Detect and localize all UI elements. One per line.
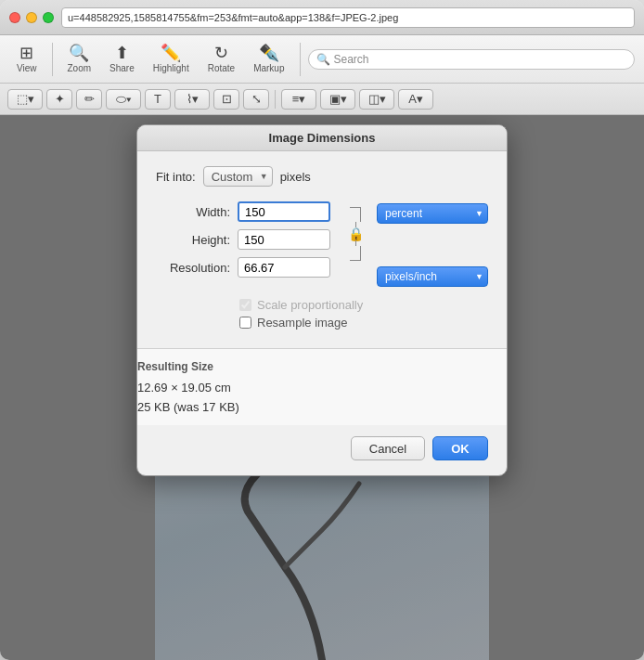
maximize-button[interactable]	[43, 12, 54, 23]
rotate-label: Rotate	[208, 63, 235, 73]
toolbar-zoom[interactable]: 🔍 Zoom	[60, 45, 99, 73]
close-button[interactable]	[9, 12, 20, 23]
search-placeholder: Search	[334, 53, 369, 66]
resample-row: Resample image	[239, 316, 488, 330]
tb2-border-btn[interactable]: ▣▾	[320, 89, 355, 110]
tb2-align-btn[interactable]: ≡▾	[281, 89, 316, 110]
link-bracket-area: 🔒	[345, 201, 366, 261]
dialog-overlay: Image Dimensions Fit into: Custom ▼ pixe…	[0, 115, 644, 660]
toolbar-rotate[interactable]: ↻ Rotate	[200, 45, 242, 73]
toolbar-share[interactable]: ⬆ Share	[102, 45, 142, 73]
resolution-input[interactable]	[238, 257, 330, 278]
markup-icon: ✒️	[259, 45, 279, 61]
percent-select[interactable]: percent pixels cm mm inches	[377, 203, 488, 224]
zoom-icon: 🔍	[69, 45, 89, 61]
text-icon: T	[154, 92, 161, 106]
align-icon: ≡▾	[292, 92, 306, 106]
height-input[interactable]	[238, 229, 330, 250]
toolbar-sep-1	[52, 43, 53, 76]
tb2-fill-btn[interactable]: ◫▾	[359, 89, 394, 110]
lock-icon: 🔒	[348, 227, 364, 240]
toolbar-view[interactable]: ⊞ View	[9, 45, 45, 73]
toolbar-sep-2	[300, 43, 301, 76]
width-label: Width:	[156, 205, 230, 219]
tb2-resize-btn[interactable]: ⤡	[243, 89, 269, 110]
res-select-wrap: pixels/inch pixels/cm ▼	[377, 266, 488, 287]
magic-icon: ✦	[55, 92, 65, 106]
tb2-magic-btn[interactable]: ✦	[46, 89, 72, 110]
dialog-buttons: Cancel OK	[137, 425, 507, 475]
share-label: Share	[109, 63, 135, 73]
select-icon: ⬚▾	[17, 92, 34, 106]
markup-label: Markup	[253, 63, 284, 73]
border-icon: ▣▾	[329, 92, 347, 106]
tb2-font-btn[interactable]: A▾	[398, 89, 433, 110]
traffic-lights	[9, 12, 54, 23]
dialog-title: Image Dimensions	[269, 131, 376, 145]
width-input[interactable]	[238, 201, 330, 222]
fields-left: Width: Height: Resolution:	[156, 201, 334, 285]
dialog-titlebar: Image Dimensions	[137, 125, 507, 151]
ok-button[interactable]: OK	[432, 436, 488, 460]
toolbar-highlight[interactable]: ✏️ Highlight	[146, 45, 197, 73]
content-area: Image Dimensions Fit into: Custom ▼ pixe…	[0, 115, 644, 660]
result-section: Resulting Size 12.69 × 19.05 cm 25 KB (w…	[136, 348, 508, 425]
url-bar[interactable]: u=448582925,1585814755&fm=253&fmt=auto&a…	[61, 7, 635, 28]
tb2-sep	[275, 90, 276, 109]
pen-icon: ✏	[84, 92, 95, 106]
cancel-button[interactable]: Cancel	[351, 436, 425, 460]
scale-checkbox[interactable]	[239, 299, 251, 311]
fit-into-label: Fit into:	[156, 170, 196, 184]
shape-icon: ⬭▾	[116, 92, 131, 107]
minimize-button[interactable]	[26, 12, 37, 23]
height-label: Height:	[156, 233, 230, 247]
scale-label: Scale proportionally	[257, 298, 363, 312]
titlebar: u=448582925,1585814755&fm=253&fmt=auto&a…	[0, 0, 644, 35]
image-dimensions-dialog: Image Dimensions Fit into: Custom ▼ pixe…	[136, 124, 508, 476]
tb2-signature-btn[interactable]: ⌇▾	[174, 89, 210, 110]
resolution-label: Resolution:	[156, 261, 230, 275]
main-toolbar: ⊞ View 🔍 Zoom ⬆ Share ✏️ Highlight ↻ Rot…	[0, 35, 644, 84]
fields-right: percent pixels cm mm inches ▼	[377, 201, 488, 287]
tb2-crop-btn[interactable]: ⊡	[213, 89, 239, 110]
secondary-toolbar: ⬚▾ ✦ ✏ ⬭▾ T ⌇▾ ⊡ ⤡ ≡▾ ▣▾ ◫▾	[0, 84, 644, 115]
scale-proportionally-row: Scale proportionally	[239, 298, 488, 312]
tb2-select-btn[interactable]: ⬚▾	[7, 89, 43, 110]
tb2-text-btn[interactable]: T	[145, 89, 171, 110]
tb2-shape-btn[interactable]: ⬭▾	[106, 89, 141, 110]
tb2-pen-btn[interactable]: ✏	[76, 89, 102, 110]
fill-icon: ◫▾	[368, 92, 386, 106]
signature-icon: ⌇▾	[187, 92, 199, 106]
percent-select-wrap: percent pixels cm mm inches ▼	[377, 203, 488, 224]
bracket-top	[350, 207, 361, 222]
resample-checkbox[interactable]	[239, 317, 251, 329]
zoom-label: Zoom	[68, 63, 92, 73]
height-row: Height:	[156, 229, 334, 250]
view-label: View	[17, 63, 37, 73]
result-dimensions: 12.69 × 19.05 cm	[137, 381, 507, 395]
fit-into-select[interactable]: Custom	[203, 166, 273, 187]
toolbar-markup[interactable]: ✒️ Markup	[246, 45, 291, 73]
highlight-label: Highlight	[153, 63, 189, 73]
crop-icon: ⊡	[222, 92, 232, 106]
toolbar-search-box[interactable]: 🔍 Search	[308, 49, 636, 70]
share-icon: ⬆	[115, 45, 129, 61]
result-title: Resulting Size	[137, 360, 507, 373]
highlight-icon: ✏️	[161, 45, 181, 61]
fit-into-unit: pixels	[280, 170, 311, 184]
width-row: Width:	[156, 201, 334, 222]
window: u=448582925,1585814755&fm=253&fmt=auto&a…	[0, 0, 644, 660]
fit-into-row: Fit into: Custom ▼ pixels	[156, 166, 488, 187]
fields-section: Width: Height: Resolution:	[156, 201, 488, 287]
dialog-body: Fit into: Custom ▼ pixels	[137, 151, 507, 348]
res-select[interactable]: pixels/inch pixels/cm	[377, 266, 488, 287]
unit-spacer	[377, 231, 488, 259]
fit-into-select-wrapper: Custom ▼	[203, 166, 273, 187]
font-icon: A▾	[408, 92, 423, 106]
resample-label: Resample image	[257, 316, 348, 330]
url-text: u=448582925,1585814755&fm=253&fmt=auto&a…	[68, 12, 398, 23]
search-icon: 🔍	[316, 53, 330, 66]
result-size-kb: 25 KB (was 17 KB)	[137, 400, 507, 414]
rotate-icon: ↻	[214, 45, 228, 61]
bracket-bottom	[350, 246, 361, 261]
